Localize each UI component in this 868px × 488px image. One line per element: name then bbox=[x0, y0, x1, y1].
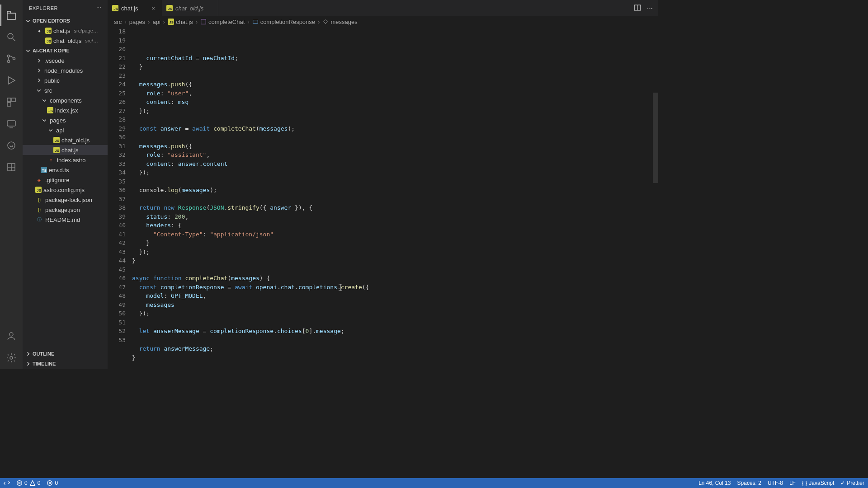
open-editor-item[interactable]: ● JS chat.js src/page… bbox=[23, 26, 108, 36]
activity-settings[interactable] bbox=[0, 347, 22, 369]
file-index-astro[interactable]: ≡index.astro bbox=[23, 155, 108, 165]
split-editor-icon[interactable] bbox=[633, 4, 642, 13]
method-icon bbox=[200, 19, 207, 25]
activity-run-debug[interactable] bbox=[0, 70, 22, 91]
svg-point-0 bbox=[8, 33, 13, 39]
js-file-icon: JS bbox=[166, 5, 173, 11]
svg-rect-14 bbox=[253, 20, 258, 23]
js-file-icon: JS bbox=[47, 107, 53, 113]
activity-remote[interactable] bbox=[0, 113, 22, 135]
svg-point-8 bbox=[8, 142, 15, 149]
line-gutter: 1819202122232425262728293031323334353637… bbox=[108, 27, 132, 369]
folder-src[interactable]: src bbox=[23, 85, 108, 95]
js-file-icon: JS bbox=[45, 28, 52, 34]
folder-node-modules[interactable]: node_modules bbox=[23, 66, 108, 75]
activity-extensions[interactable] bbox=[0, 91, 22, 113]
activity-bar bbox=[0, 0, 23, 369]
js-file-icon: JS bbox=[168, 19, 174, 25]
more-actions-icon[interactable]: ⋯ bbox=[647, 5, 653, 12]
activity-search[interactable] bbox=[0, 26, 22, 48]
js-file-icon: JS bbox=[53, 147, 60, 153]
code-content[interactable]: currentChatId = newChatId; } messages.pu… bbox=[132, 27, 658, 369]
svg-point-11 bbox=[10, 357, 13, 359]
js-file-icon: JS bbox=[45, 38, 52, 44]
tab-close-icon[interactable]: × bbox=[150, 5, 157, 12]
folder-pages[interactable]: pages bbox=[23, 115, 108, 125]
activity-explorer[interactable] bbox=[0, 5, 22, 26]
dirty-dot-icon: ● bbox=[35, 27, 43, 35]
activity-accounts[interactable] bbox=[0, 325, 22, 347]
svg-rect-13 bbox=[201, 19, 206, 24]
file-chat-old[interactable]: JSchat_old.js bbox=[23, 135, 108, 145]
close-icon bbox=[35, 37, 43, 45]
outline-header[interactable]: OUTLINE bbox=[23, 349, 108, 359]
chevron-down-icon bbox=[47, 127, 54, 134]
svg-point-1 bbox=[8, 55, 10, 57]
svg-point-3 bbox=[13, 58, 15, 60]
js-file-icon: JS bbox=[53, 137, 60, 143]
chevron-down-icon bbox=[41, 117, 48, 124]
file-index-jsx[interactable]: JSindex.jsx bbox=[23, 105, 108, 115]
editor[interactable]: 1819202122232425262728293031323334353637… bbox=[108, 27, 658, 369]
scrollbar-thumb[interactable] bbox=[653, 93, 658, 183]
svg-point-2 bbox=[8, 61, 10, 63]
json-file-icon: {} bbox=[35, 196, 43, 204]
open-editor-item[interactable]: JS chat_old.js src/… bbox=[23, 36, 108, 46]
timeline-header[interactable]: TIMELINE bbox=[23, 359, 108, 369]
chevron-right-icon bbox=[24, 360, 32, 367]
main-area: JS chat.js × JS chat_old.js ⋯ src› pages… bbox=[108, 0, 658, 369]
chevron-right-icon bbox=[24, 350, 32, 357]
js-file-icon: JS bbox=[112, 5, 118, 11]
astro-file-icon: ≡ bbox=[47, 156, 55, 164]
git-file-icon: ◈ bbox=[35, 176, 43, 184]
chevron-down-icon bbox=[35, 87, 42, 94]
ts-file-icon: TS bbox=[41, 167, 47, 173]
folder-components[interactable]: components bbox=[23, 95, 108, 105]
text-cursor-icon bbox=[338, 283, 343, 291]
svg-rect-6 bbox=[7, 103, 11, 106]
file-astro-config[interactable]: JSastro.config.mjs bbox=[23, 185, 108, 195]
file-env[interactable]: TSenv.d.ts bbox=[23, 165, 108, 175]
chevron-down-icon bbox=[41, 97, 48, 104]
tab-bar: JS chat.js × JS chat_old.js ⋯ bbox=[108, 0, 658, 16]
svg-rect-5 bbox=[12, 98, 15, 102]
open-editors-header[interactable]: OPEN EDITORS bbox=[23, 16, 108, 26]
svg-point-10 bbox=[9, 333, 13, 336]
js-file-icon: JS bbox=[35, 187, 42, 193]
folder-public[interactable]: public bbox=[23, 75, 108, 85]
activity-source-control[interactable] bbox=[0, 48, 22, 70]
activity-extra-2[interactable] bbox=[0, 156, 22, 178]
tab-chat-js[interactable]: JS chat.js × bbox=[108, 0, 162, 16]
json-file-icon: {} bbox=[35, 206, 43, 214]
file-pkg[interactable]: {}package.json bbox=[23, 205, 108, 215]
svg-rect-7 bbox=[7, 121, 15, 126]
breadcrumb[interactable]: src› pages› api› JSchat.js› completeChat… bbox=[108, 16, 658, 27]
sidebar-title: EXPLORER ⋯ bbox=[23, 0, 108, 16]
chevron-down-icon bbox=[24, 17, 32, 24]
file-pkg-lock[interactable]: {}package-lock.json bbox=[23, 195, 108, 205]
tab-chat-old-js[interactable]: JS chat_old.js bbox=[162, 0, 218, 16]
variable-icon bbox=[252, 19, 259, 25]
info-file-icon: ⓘ bbox=[35, 216, 43, 224]
explorer-more-icon[interactable]: ⋯ bbox=[96, 5, 102, 11]
sidebar: EXPLORER ⋯ OPEN EDITORS ● JS chat.js src… bbox=[23, 0, 108, 369]
workspace-header[interactable]: AI-CHAT KOPIE bbox=[23, 46, 108, 56]
file-readme[interactable]: ⓘREADME.md bbox=[23, 215, 108, 225]
file-chat[interactable]: JSchat.js bbox=[23, 145, 108, 155]
activity-extra-1[interactable] bbox=[0, 135, 22, 156]
chevron-down-icon bbox=[24, 47, 32, 54]
svg-rect-4 bbox=[7, 98, 11, 102]
folder-vscode[interactable]: .vscode bbox=[23, 56, 108, 66]
folder-api[interactable]: api bbox=[23, 125, 108, 135]
chevron-right-icon bbox=[35, 57, 42, 64]
chevron-right-icon bbox=[35, 77, 42, 84]
property-icon bbox=[322, 19, 329, 25]
file-gitignore[interactable]: ◈.gitignore bbox=[23, 175, 108, 185]
explorer-label: EXPLORER bbox=[29, 5, 58, 11]
chevron-right-icon bbox=[35, 67, 42, 74]
